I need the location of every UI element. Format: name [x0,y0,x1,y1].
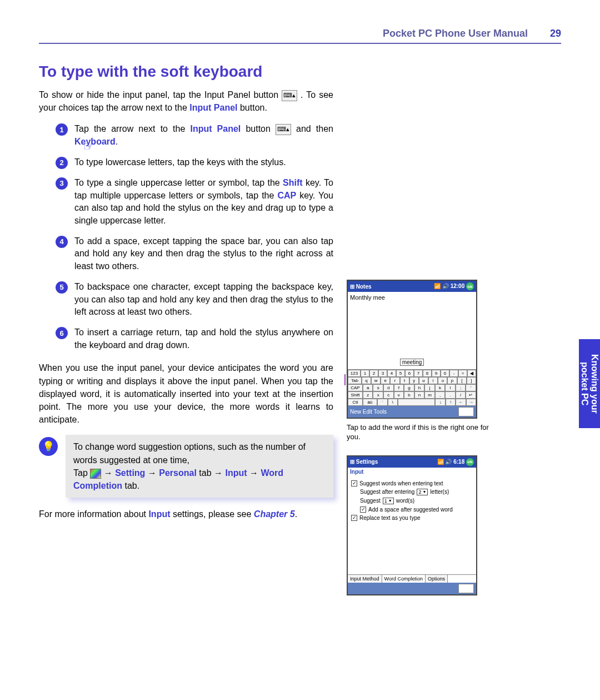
settings-subtitle: Input [348,468,476,476]
kb-key[interactable]: s [373,384,383,391]
kb-key[interactable]: j [424,384,435,391]
checkbox[interactable]: ✓ [360,507,366,513]
kb-key[interactable]: e [381,377,390,384]
kb-key[interactable]: r [390,377,399,384]
kb-key[interactable]: n [414,391,425,399]
kb-key[interactable]: ] [467,377,476,384]
step-text: To type lowercase letters, tap the keys … [74,156,333,169]
ok-button[interactable]: ok [466,458,474,466]
input-panel-icon: ⌨▴ [282,90,297,101]
kb-key[interactable]: ↑ [446,399,456,406]
checkbox[interactable]: ✓ [351,480,357,486]
keyword: Input Panel [190,124,241,133]
kb-key[interactable]: ← [456,399,466,406]
tab-options[interactable]: Options [426,575,448,583]
menu-items[interactable]: New Edit Tools [350,409,387,415]
kb-key[interactable]: - [449,370,458,377]
kb-key[interactable]: \ [388,399,398,406]
kb-key[interactable]: x [373,391,383,399]
kb-key[interactable]: 7 [414,370,423,377]
step-text: Tap the arrow next to the Input Panel bu… [74,123,333,148]
kb-key[interactable]: i [428,377,438,384]
kb-key[interactable]: ' [466,384,476,391]
keyword-input-panel: Input Panel [189,103,237,112]
checkbox[interactable]: ✓ [351,515,357,521]
kb-key[interactable]: d [383,384,394,391]
kb-key[interactable]: z [363,391,373,399]
kb-key[interactable]: h [414,384,425,391]
kb-key[interactable]: → [466,399,476,406]
input-panel-icon[interactable]: ⌨▴ [458,584,474,593]
kb-key[interactable]: ↓ [435,399,445,406]
kb-key[interactable]: 2 [369,370,378,377]
step-2: 2 To type lowercase letters, tap the key… [56,156,333,169]
kb-key[interactable]: Shift [348,391,363,399]
kb-key[interactable]: a [363,384,373,391]
kb-key[interactable]: / [456,391,466,399]
onscreen-keyboard[interactable]: 1231234567890-=◀Tabqwertyuiop[]CAPasdfgh… [348,369,476,406]
kb-key[interactable]: [ [457,377,467,384]
tip-block: 💡 To change word suggestion options, suc… [39,435,333,498]
kb-key[interactable]: 3 [378,370,387,377]
kb-key[interactable]: ` [377,399,387,406]
step-3: 3 To type a single uppercase letter or s… [56,177,333,227]
kb-key[interactable]: f [394,384,404,391]
kb-key[interactable]: m [424,391,435,399]
kb-key[interactable]: 1 [361,370,369,377]
step-badge: 5 [56,281,68,294]
kb-key[interactable]: g [404,384,414,391]
kb-key[interactable]: 8 [423,370,432,377]
page-number: 29 [550,28,561,39]
tab-word-completion[interactable]: Word Completion [382,575,426,583]
callout-line [344,374,346,385]
kb-key[interactable]: 6 [405,370,414,377]
kb-key[interactable]: ◀ [467,370,476,377]
chapter-tab: Knowing your pocket PC [579,339,600,428]
step-badge: 4 [56,236,68,248]
words-select[interactable]: 1 [383,498,394,504]
option-label: Suggest after entering [360,489,414,495]
kb-key[interactable]: . [445,391,456,399]
input-panel-icon[interactable]: ⌨▴ [458,407,474,416]
typed-text: Monthly mee [350,294,474,301]
settings-screenshot: ⊞ Settings 📶 🔊 6:18 ok Input ✓Suggest wo… [347,455,477,595]
kb-key[interactable]: w [371,377,381,384]
kb-key[interactable]: o [438,377,447,384]
manual-title: Pocket PC Phone User Manual [383,28,528,39]
intro-paragraph: To show or hide the input panel, tap the… [39,88,333,114]
kb-key[interactable]: ↵ [466,391,476,399]
tab-input-method[interactable]: Input Method [348,575,382,583]
kb-key[interactable]: t [400,377,409,384]
kb-key[interactable]: 0 [441,370,449,377]
kb-key[interactable] [398,399,436,406]
kb-key[interactable]: = [458,370,467,377]
ok-button[interactable]: ok [466,282,474,290]
kb-key[interactable]: v [394,391,404,399]
kb-key[interactable]: u [419,377,428,384]
kb-key[interactable]: 5 [396,370,405,377]
kb-key[interactable]: , [435,391,446,399]
tip-box: To change word suggestion options, such … [66,435,333,498]
kb-key[interactable]: y [409,377,419,384]
word-suggestion[interactable]: meeting [400,359,424,366]
kb-key[interactable]: Tab [348,377,362,384]
kb-key[interactable]: 4 [387,370,396,377]
letters-select[interactable]: 2 [417,489,428,495]
kb-key[interactable]: 9 [432,370,441,377]
kb-key[interactable]: 123 [348,370,361,377]
kb-key[interactable]: áü [363,399,378,406]
kb-key[interactable]: Ctl [348,399,363,406]
step-badge: 6 [56,327,68,339]
kb-key[interactable]: ; [456,384,466,391]
kb-key[interactable]: b [404,391,414,399]
kb-key[interactable]: CAP [348,384,363,391]
kb-key[interactable]: q [362,377,371,384]
notes-body: Monthly mee meeting [348,292,476,369]
anticipate-paragraph: When you use the input panel, your devic… [39,361,333,426]
kb-key[interactable]: k [435,384,446,391]
kb-key[interactable]: c [383,391,394,399]
signal-icon: 📶 [437,458,446,464]
step-6: 6 To insert a carriage return, tap and h… [56,326,333,351]
kb-key[interactable]: p [447,377,457,384]
kb-key[interactable]: l [445,384,456,391]
